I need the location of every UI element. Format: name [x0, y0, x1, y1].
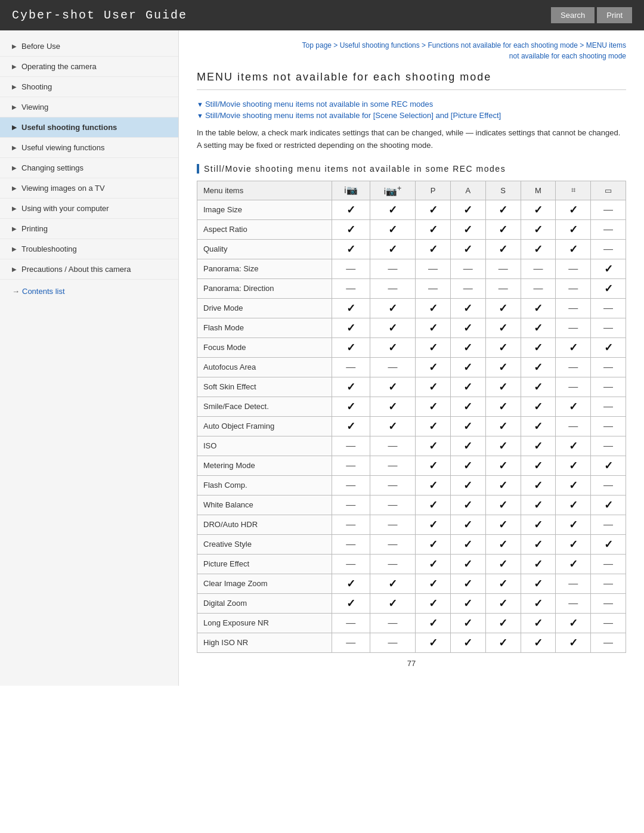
table-cell: — [485, 278, 521, 298]
check-mark: ✓ [429, 243, 438, 255]
table-cell: ✓ [450, 377, 485, 397]
check-mark: ✓ [534, 224, 543, 236]
dash-mark: — [346, 519, 355, 529]
check-mark: ✓ [463, 204, 472, 216]
table-cell: ✓ [485, 239, 521, 259]
table-cell: — [521, 259, 556, 278]
table-cell: ✓ [450, 416, 485, 436]
table-cell: ✓ [416, 239, 451, 259]
table-cell: — [370, 633, 415, 652]
sidebar-item-precautions[interactable]: ▶ Precautions / About this camera [0, 259, 178, 280]
cell-menu-item-name: High ISO NR [197, 633, 332, 652]
check-mark: ✓ [346, 420, 355, 432]
table-cell: ✓ [450, 613, 485, 633]
section-link-scene-selection[interactable]: Still/Movie shooting menu items not avai… [197, 111, 626, 120]
table-cell: — [370, 554, 415, 574]
table-cell: — [591, 200, 626, 219]
dash-mark: — [388, 441, 398, 451]
table-cell: — [556, 377, 591, 397]
dash-mark: — [603, 578, 613, 589]
check-mark: ✓ [569, 499, 578, 511]
cell-menu-item-name: Panorama: Direction [197, 278, 332, 298]
table-cell: ✓ [485, 613, 521, 633]
print-button[interactable]: Print [597, 7, 632, 23]
dash-mark: — [346, 618, 355, 628]
table-cell: ✓ [591, 495, 626, 515]
check-mark: ✓ [499, 322, 507, 334]
table-cell: ✓ [556, 515, 591, 534]
breadcrumb-top[interactable]: Top page [302, 41, 332, 49]
check-mark: ✓ [463, 617, 472, 629]
sidebar-item-printing[interactable]: ▶ Printing [0, 219, 178, 239]
sidebar-item-troubleshooting[interactable]: ▶ Troubleshooting [0, 239, 178, 259]
cell-menu-item-name: Picture Effect [197, 554, 332, 574]
cell-menu-item-name: Flash Mode [197, 318, 332, 337]
search-button[interactable]: Search [551, 7, 595, 23]
sidebar-item-useful-viewing[interactable]: ▶ Useful viewing functions [0, 138, 178, 158]
table-cell: ✓ [370, 397, 415, 416]
sidebar-item-shooting[interactable]: ▶ Shooting [0, 77, 178, 97]
check-mark: ✓ [463, 224, 472, 236]
check-mark: ✓ [429, 637, 438, 649]
check-mark: ✓ [534, 499, 543, 511]
table-cell: — [556, 298, 591, 318]
table-cell: ✓ [416, 456, 451, 475]
contents-list-link[interactable]: → Contents list [0, 280, 178, 303]
sidebar-item-operating[interactable]: ▶ Operating the camera [0, 57, 178, 77]
check-mark: ✓ [534, 342, 543, 354]
table-cell: ✓ [485, 377, 521, 397]
table-cell: ✓ [521, 397, 556, 416]
table-cell: ✓ [521, 633, 556, 652]
dash-mark: — [568, 264, 578, 274]
check-mark: ✓ [569, 479, 578, 491]
breadcrumb-useful-shooting[interactable]: Useful shooting functions [340, 41, 420, 49]
cell-menu-item-name: Drive Mode [197, 298, 332, 318]
table-cell: — [332, 554, 370, 574]
table-row: White Balance——✓✓✓✓✓✓ [197, 495, 626, 515]
table-row: Aspect Ratio✓✓✓✓✓✓✓— [197, 219, 626, 239]
table-cell: ✓ [485, 456, 521, 475]
breadcrumb-functions[interactable]: Functions not available for each shootin… [428, 41, 578, 49]
section-link-rec-modes[interactable]: Still/Movie shooting menu items not avai… [197, 100, 626, 109]
table-cell: ✓ [370, 593, 415, 613]
table-cell: ✓ [450, 219, 485, 239]
table-cell: ✓ [485, 515, 521, 534]
table-cell: ✓ [485, 495, 521, 515]
sidebar-item-viewing-tv[interactable]: ▶ Viewing images on a TV [0, 178, 178, 199]
table-cell: ✓ [521, 613, 556, 633]
check-mark: ✓ [534, 460, 543, 472]
check-mark: ✓ [429, 322, 438, 334]
table-cell: ✓ [332, 298, 370, 318]
table-cell: ✓ [485, 593, 521, 613]
table-cell: — [556, 574, 591, 593]
table-cell: ✓ [450, 495, 485, 515]
dash-mark: — [388, 637, 398, 648]
table-cell: — [332, 456, 370, 475]
dash-mark: — [603, 224, 613, 234]
table-row: DRO/Auto HDR——✓✓✓✓✓— [197, 515, 626, 534]
check-mark: ✓ [463, 440, 472, 452]
dash-mark: — [568, 578, 578, 589]
table-cell: ✓ [556, 613, 591, 633]
cell-menu-item-name: Long Exposure NR [197, 613, 332, 633]
arrow-icon: ▶ [12, 144, 17, 151]
table-cell: ✓ [556, 397, 591, 416]
check-mark: ✓ [534, 558, 543, 570]
sidebar-item-changing-settings[interactable]: ▶ Changing settings [0, 158, 178, 178]
check-mark: ✓ [463, 499, 472, 511]
sidebar-item-computer[interactable]: ▶ Using with your computer [0, 199, 178, 219]
sidebar-item-viewing[interactable]: ▶ Viewing [0, 97, 178, 117]
table-cell: — [556, 593, 591, 613]
col-header-a: A [450, 181, 485, 200]
col-header-grid: ⌗ [556, 181, 591, 200]
table-cell: ✓ [450, 534, 485, 554]
sidebar-item-before-use[interactable]: ▶ Before Use [0, 36, 178, 57]
check-mark: ✓ [569, 460, 578, 472]
dash-mark: — [603, 519, 613, 529]
table-row: Metering Mode——✓✓✓✓✓✓ [197, 456, 626, 475]
table-cell: — [556, 318, 591, 337]
sidebar-item-useful-shooting[interactable]: ▶ Useful shooting functions [0, 117, 178, 138]
col-header-io-plus: i📷+ [370, 181, 415, 200]
table-header-row: Menu items i📷 i📷+ P A S M ⌗ ▭ [197, 181, 626, 200]
arrow-icon: ▶ [12, 83, 17, 90]
